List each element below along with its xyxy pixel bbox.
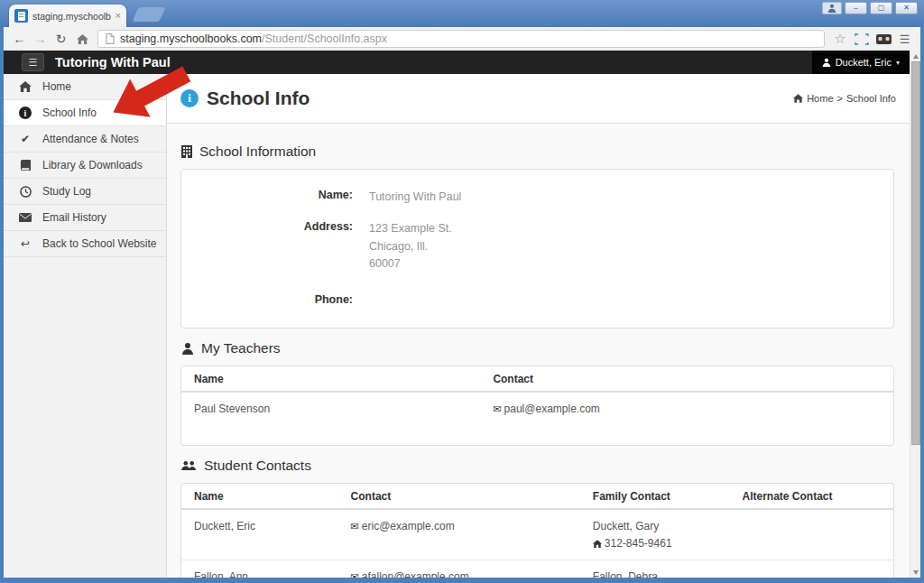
browser-toolbar: ← → ↻ staging.myschoolbooks.com/Student/… [4,27,920,51]
page-header: i School Info Home > School Info [167,74,910,124]
check-icon: ✔ [18,133,32,145]
column-header: Alternate Contact [730,484,893,509]
sidebar-item-label: Library & Downloads [42,159,143,171]
column-header: Name [181,366,480,392]
user-name: Duckett, Eric [836,57,892,68]
sidebar-item-back-to-school[interactable]: ↩ Back to School Website [4,231,166,257]
window-border [920,27,924,583]
school-information-panel: Name: Tutoring With Paul Address: 123 Ex… [180,169,894,329]
group-icon [181,460,197,471]
scroll-down-button[interactable] [910,567,920,578]
envelope-icon: ✉ [493,403,501,414]
scrollbar-thumb[interactable] [911,61,920,445]
contact-email: afallon@example.com [362,570,469,578]
info-icon: i [18,106,32,119]
family-name: Fallon, Debra [593,569,717,578]
column-header: Contact [338,484,580,509]
extension-glasses-icon[interactable] [873,34,893,44]
sidebar-item-label: Home [42,80,71,93]
breadcrumb-home-link[interactable]: Home [807,93,833,104]
person-icon [181,342,194,355]
person-icon [827,4,836,13]
sidebar-item-email-history[interactable]: Email History [4,205,166,231]
teacher-email: paul@example.com [504,403,600,415]
breadcrumb-current: School Info [846,93,896,104]
sidebar-item-label: Study Log [42,185,91,198]
alternate-contact [730,560,893,578]
app-navbar: ☰ Tutoring With Paul Duckett, Eric ▾ [4,51,910,74]
column-header: Name [181,484,338,509]
field-name: Name: Tutoring With Paul [181,189,893,206]
column-header: Contact [480,366,893,392]
chrome-menu-button[interactable]: ☰ [895,32,914,46]
teacher-name: Paul Stevenson [181,392,480,426]
sidebar-toggle-button[interactable]: ☰ [22,53,44,71]
maximize-button[interactable]: ▢ [870,2,892,14]
sidebar-item-school-info[interactable]: i School Info [4,100,166,126]
window-titlebar: staging.myschoolbooks.com × – ▢ ✕ [0,0,924,27]
return-arrow-icon: ↩ [18,237,32,250]
scroll-up-button[interactable] [910,51,920,61]
contact-name: Fallon, Ann [181,560,338,578]
main-content: i School Info Home > School Info School … [167,74,910,578]
bookmark-star-icon[interactable]: ☆ [830,31,850,47]
home-button[interactable] [72,34,92,44]
tab-title: staging.myschoolbooks.com [32,11,111,22]
hamburger-icon: ☰ [29,57,38,69]
house-icon [593,537,605,550]
page-scrollbar[interactable] [910,51,920,578]
home-icon [77,34,88,44]
sidebar-item-label: Attendance & Notes [42,133,139,145]
family-phone: 312-845-9461 [605,537,672,550]
field-address: Address: 123 Example St. Chicago, Ill. 6… [181,220,893,273]
sidebar-item-attendance[interactable]: ✔ Attendance & Notes [4,126,166,153]
address-bar[interactable]: staging.myschoolbooks.com/Student/School… [97,30,825,48]
back-button[interactable]: ← [10,32,29,46]
new-tab-button[interactable] [132,7,165,22]
url-host: staging.myschoolbooks.com [120,32,262,45]
breadcrumb-separator: > [837,93,843,104]
table-row: Paul Stevenson ✉paul@example.com [181,392,893,426]
info-circle-icon: i [180,89,199,107]
teachers-table: Name Contact Paul Stevenson ✉paul@exampl… [181,366,893,426]
sidebar-item-label: Back to School Website [42,237,157,250]
envelope-icon: ✉ [351,521,359,532]
sidebar: Home i School Info ✔ Attendance & Notes … [4,74,167,578]
student-contacts-heading: Student Contacts [181,458,894,474]
breadcrumb: Home > School Info [793,93,896,104]
contact-name: Duckett, Eric [181,509,338,560]
minimize-button[interactable]: – [845,2,867,14]
extension-frame-icon[interactable] [852,33,872,45]
sidebar-item-label: School Info [42,106,97,119]
building-icon [181,145,192,158]
close-button[interactable]: ✕ [895,2,918,14]
field-phone: Phone: [181,293,893,306]
table-row: Fallon, Ann ✉afallon@example.com Fallon,… [181,560,893,578]
sidebar-item-home[interactable]: Home [4,74,166,100]
tab-close-icon[interactable]: × [116,11,121,21]
url-path: /Student/SchoolInfo.aspx [262,32,387,45]
book-icon [18,160,32,171]
chrome-profile-icon[interactable] [822,2,842,14]
user-icon [822,58,831,67]
school-information-heading: School Information [181,143,894,160]
page-icon [106,33,115,44]
user-menu-button[interactable]: Duckett, Eric ▾ [812,51,910,74]
envelope-icon: ✉ [351,571,359,578]
alternate-contact [730,509,893,560]
contacts-table: Name Contact Family Contact Alternate Co… [181,484,893,578]
envelope-icon [18,213,32,222]
sidebar-item-study-log[interactable]: Study Log [4,179,166,205]
my-teachers-panel: Name Contact Paul Stevenson ✉paul@exampl… [180,366,894,447]
clock-icon [18,186,32,198]
browser-tab[interactable]: staging.myschoolbooks.com × [9,5,126,27]
reload-button[interactable]: ↻ [51,32,70,46]
my-teachers-heading: My Teachers [181,340,894,356]
sidebar-item-library[interactable]: Library & Downloads [4,153,166,179]
site-favicon-icon [14,9,28,23]
chevron-down-icon: ▾ [896,59,900,67]
home-icon [793,94,803,103]
forward-button[interactable]: → [31,32,50,46]
student-contacts-panel: Name Contact Family Contact Alternate Co… [180,483,894,578]
page-title: School Info [207,88,310,109]
